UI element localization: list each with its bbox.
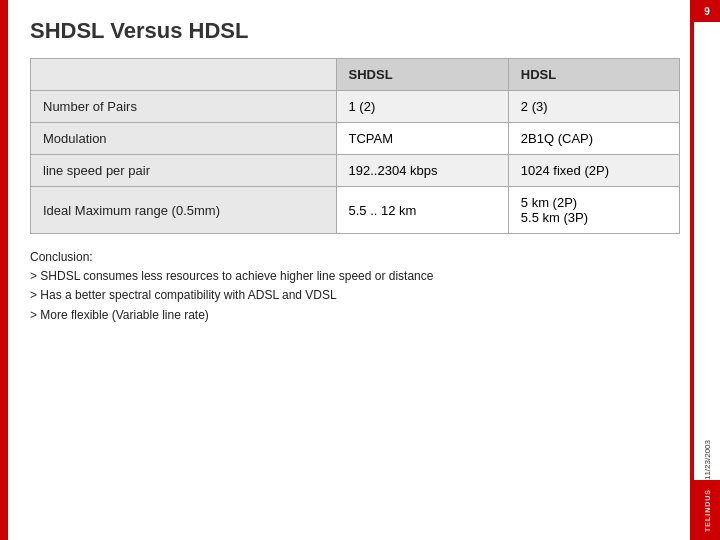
page-title: SHDSL Versus HDSL <box>30 18 680 44</box>
right-accent-bar <box>690 0 694 540</box>
row1-label: Modulation <box>31 123 337 155</box>
table-row: line speed per pair 192..2304 kbps 1024 … <box>31 155 680 187</box>
page-number-text: 9 <box>704 6 710 17</box>
row0-shdsl: 1 (2) <box>336 91 508 123</box>
conclusion-area: Conclusion: > SHDSL consumes less resour… <box>30 248 680 325</box>
main-content: SHDSL Versus HDSL SHDSL HDSL Number of P… <box>12 0 690 540</box>
row1-hdsl: 2B1Q (CAP) <box>508 123 679 155</box>
row0-label: Number of Pairs <box>31 91 337 123</box>
left-accent-bar <box>0 0 8 540</box>
logo-text: TELINDUS <box>704 489 711 532</box>
page-container: 9 11/23/2003 TELINDUS SHDSL Versus HDSL … <box>0 0 720 540</box>
row3-hdsl: 5 km (2P) 5.5 km (3P) <box>508 187 679 234</box>
conclusion-intro: Conclusion: <box>30 248 680 267</box>
page-number-badge: 9 <box>694 0 720 22</box>
row2-shdsl: 192..2304 kbps <box>336 155 508 187</box>
row3-label: Ideal Maximum range (0.5mm) <box>31 187 337 234</box>
conclusion-line-1: > Has a better spectral compatibility wi… <box>30 286 680 305</box>
logo-area: TELINDUS <box>694 480 720 540</box>
table-row: Number of Pairs 1 (2) 2 (3) <box>31 91 680 123</box>
row1-shdsl: TCPAM <box>336 123 508 155</box>
row3-hdsl-line1: 5 km (2P) <box>521 195 577 210</box>
table-row: Ideal Maximum range (0.5mm) 5.5 .. 12 km… <box>31 187 680 234</box>
date-text: 11/23/2003 <box>703 440 712 480</box>
conclusion-line-0: > SHDSL consumes less resources to achie… <box>30 267 680 286</box>
conclusion-line-2: > More flexible (Variable line rate) <box>30 306 680 325</box>
row3-hdsl-line2: 5.5 km (3P) <box>521 210 588 225</box>
header-col0 <box>31 59 337 91</box>
row0-hdsl: 2 (3) <box>508 91 679 123</box>
header-col2: HDSL <box>508 59 679 91</box>
row2-hdsl: 1024 fixed (2P) <box>508 155 679 187</box>
header-col1: SHDSL <box>336 59 508 91</box>
vertical-sidebar: 11/23/2003 <box>694 0 720 540</box>
table-header-row: SHDSL HDSL <box>31 59 680 91</box>
row3-shdsl: 5.5 .. 12 km <box>336 187 508 234</box>
comparison-table: SHDSL HDSL Number of Pairs 1 (2) 2 (3) M… <box>30 58 680 234</box>
table-row: Modulation TCPAM 2B1Q (CAP) <box>31 123 680 155</box>
row2-label: line speed per pair <box>31 155 337 187</box>
